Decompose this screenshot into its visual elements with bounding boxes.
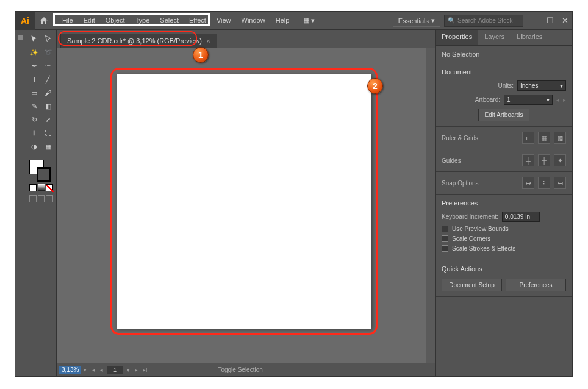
search-icon: 🔍 [448,17,455,24]
checkbox-icon [442,235,448,242]
canvas[interactable] [57,48,435,363]
line-tool[interactable]: ╱ [41,73,56,86]
artboard-label: Artboard: [475,96,500,103]
tab-layers[interactable]: Layers [478,30,511,45]
selection-tool[interactable] [27,32,41,46]
scale-corners-checkbox[interactable]: Scale Corners [442,235,566,242]
pen-tool[interactable]: ✒ [27,59,41,73]
width-tool[interactable]: ⫴ [27,126,41,140]
zoom-level[interactable]: 3,13% [59,366,81,374]
scale-strokes-checkbox[interactable]: Scale Strokes & Effects [442,245,566,252]
shaper-tool[interactable]: ✎ [27,99,41,113]
chevron-down-icon: ▾ [560,82,563,89]
magic-wand-tool[interactable]: ✨ [27,46,41,59]
annotation-menu-cover [53,13,210,26]
direct-selection-tool[interactable] [41,32,56,46]
menu-help[interactable]: Help [271,15,294,26]
expand-tools-icon[interactable] [18,35,23,40]
search-input[interactable]: 🔍 Search Adobe Stock [444,15,523,27]
tool-palette: ✨➰ ✒〰 T╱ ▭🖌 ✎◧ ↻⤢ ⫴⛶ ◑▦ [26,30,57,376]
artboard-select[interactable]: 1▾ [504,95,553,105]
preferences-button[interactable]: Preferences [506,279,566,291]
guides-section: Guides ╪╫✦ [436,149,572,172]
selection-status: No Selection [436,46,572,63]
brush-tool[interactable]: 🖌 [41,86,56,99]
document-setup-button[interactable]: Document Setup [442,279,502,291]
smart-guides-icon[interactable]: ✦ [554,154,566,166]
search-placeholder: Search Adobe Stock [457,17,513,24]
first-artboard-icon[interactable]: I◂ [89,367,96,373]
artboard[interactable] [117,74,371,329]
preferences-section: Preferences Keyboard Increment:0,0139 in… [436,194,572,260]
draw-normal-icon[interactable] [29,195,37,202]
document-section: Document Units:Inches▾ Artboard:1▾◂▸ Edi… [436,63,572,127]
units-select[interactable]: Inches▾ [517,80,566,91]
arrange-docs-icon[interactable]: ▦ ▾ [299,15,319,26]
prev-artboard-icon[interactable]: ◂ [556,97,559,103]
keyboard-increment-input[interactable]: 0,0139 in [502,212,540,222]
rectangle-tool[interactable]: ▭ [27,86,41,99]
snap-section: Snap Options ↦⫶↤ [436,172,572,194]
minimize-button[interactable]: — [528,15,543,27]
tab-properties[interactable]: Properties [436,30,478,45]
snap-grid-icon[interactable]: ↤ [554,177,566,189]
document-tab-bar: Sample 2 CDR.cdr* @ 3,12% (RGB/Preview) … [57,30,435,48]
free-transform-tool[interactable]: ⛶ [41,126,56,140]
workspace-switcher[interactable]: Essentials▾ [393,15,440,27]
snap-pixel-icon[interactable]: ↦ [522,177,534,189]
lock-guides-icon[interactable]: ╫ [538,154,550,166]
window-controls: — ☐ ✕ [528,15,572,27]
annotation-callout-1: 1 [193,47,209,63]
chevron-down-icon: ▾ [547,96,550,103]
scale-tool[interactable]: ⤢ [41,113,56,126]
snap-point-icon[interactable]: ⫶ [538,177,550,189]
lasso-tool[interactable]: ➰ [41,46,56,59]
color-mode-solid[interactable] [29,184,37,191]
vertical-scrollbar[interactable] [426,48,435,363]
color-mode-none[interactable] [46,184,53,191]
ruler-icon[interactable]: ⊏ [522,132,534,144]
chevron-down-icon: ▾ [431,16,435,24]
left-gutter [15,30,26,376]
prev-artboard-icon[interactable]: ◂ [99,367,104,373]
zoom-dropdown-icon[interactable]: ▾ [84,367,87,373]
artboard-nav: I◂ ◂ 1 ▾ ▸ ▸I [89,366,148,374]
curvature-tool[interactable]: 〰 [41,59,56,73]
ruler-grids-section: Ruler & Grids ⊏▦▩ [436,127,572,149]
checkbox-icon [442,226,448,232]
shape-builder-tool[interactable]: ◑ [27,140,41,153]
grid-icon[interactable]: ▦ [538,132,550,144]
color-swatch[interactable] [27,158,55,204]
artboard-nav-dropdown-icon[interactable]: ▾ [126,367,131,373]
color-mode-gradient[interactable] [38,184,45,191]
stroke-color[interactable] [37,167,51,182]
menu-window[interactable]: Window [237,15,270,26]
next-artboard-icon[interactable]: ▸ [134,367,139,373]
edit-artboards-button[interactable]: Edit Artboards [478,109,530,121]
panel-tabs: Properties Layers Libraries [436,30,572,46]
document-tab[interactable]: Sample 2 CDR.cdr* @ 3,12% (RGB/Preview) … [60,34,217,48]
perspective-tool[interactable]: ▦ [41,140,56,153]
snap-label: Snap Options [442,180,479,187]
maximize-button[interactable]: ☐ [543,15,558,27]
transparency-grid-icon[interactable]: ▩ [554,132,566,144]
draw-behind-icon[interactable] [38,195,45,202]
last-artboard-icon[interactable]: ▸I [142,367,149,373]
menu-view[interactable]: View [212,15,235,26]
use-preview-bounds-checkbox[interactable]: Use Preview Bounds [442,226,566,232]
type-tool[interactable]: T [27,73,41,86]
show-guides-icon[interactable]: ╪ [522,154,534,166]
draw-inside-icon[interactable] [46,195,53,202]
guides-label: Guides [442,157,461,164]
artboard-number[interactable]: 1 [107,366,123,374]
eraser-tool[interactable]: ◧ [41,99,56,113]
rotate-tool[interactable]: ↻ [27,113,41,126]
close-button[interactable]: ✕ [558,15,572,27]
home-icon[interactable] [35,16,53,26]
tab-libraries[interactable]: Libraries [511,30,548,45]
quick-actions-section: Quick Actions Document Setup Preferences [436,260,572,297]
units-label: Units: [498,82,514,89]
ruler-grids-label: Ruler & Grids [442,135,478,141]
document-tab-close-icon[interactable]: × [207,38,210,45]
next-artboard-icon[interactable]: ▸ [563,97,566,103]
